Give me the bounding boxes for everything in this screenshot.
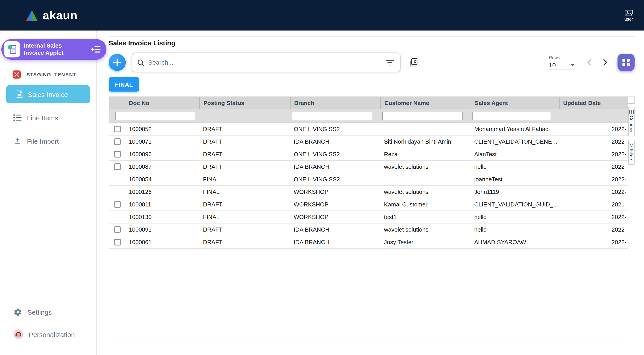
cell-updated-date: 2022- — [559, 163, 628, 170]
filter-branch-input[interactable] — [292, 111, 372, 120]
column-header-customer-name[interactable]: Customer Name — [380, 97, 471, 109]
row-checkbox[interactable] — [114, 163, 120, 170]
cell-sales-agent: CLIENT_VALIDATION_GENER... — [471, 138, 559, 145]
row-checkbox[interactable] — [114, 126, 120, 132]
cell-customer-name: wavelet solutions — [380, 163, 471, 170]
broken-image-icon — [624, 9, 633, 16]
grid-icon — [622, 59, 630, 66]
table-rows: 1000052DRAFTONE LIVING SS2Mohammad Yeasi… — [109, 123, 628, 249]
multi-page-icon[interactable]: 2 — [408, 57, 418, 67]
sidebar-item-personalization[interactable]: Personalization — [14, 329, 96, 340]
table-header-row: Doc No Posting Status Branch Customer Na… — [109, 97, 628, 109]
row-checkbox[interactable] — [114, 239, 120, 246]
sidebar-item-label: Settings — [28, 308, 52, 316]
table-row[interactable]: 1000087DRAFTIDA BRANCHwavelet solutionsh… — [109, 161, 628, 173]
cell-posting-status: DRAFT — [200, 163, 290, 170]
upload-icon — [14, 137, 22, 145]
next-page-button[interactable] — [600, 57, 610, 67]
filter-doc-no-input[interactable] — [116, 111, 195, 120]
cell-updated-date: 2022- — [559, 138, 628, 145]
column-header-posting-status[interactable]: Posting Status — [200, 97, 290, 109]
cell-checkbox — [109, 126, 125, 132]
cell-updated-date: 2022- — [559, 189, 628, 195]
filter-sales-agent-input[interactable] — [472, 111, 551, 120]
cell-updated-date: 2021- — [559, 201, 628, 208]
rows-per-page-select[interactable]: Rows 10 — [549, 55, 575, 70]
applet-switcher[interactable]: Internal Sales Invoice Applet — [1, 39, 106, 60]
cell-posting-status: DRAFT — [200, 151, 290, 158]
row-checkbox[interactable] — [114, 201, 120, 208]
cell-posting-status: FINAL — [200, 176, 290, 183]
table-row[interactable]: 1000130FINALWORKSHOPtest1hello2022- — [109, 211, 628, 224]
table-row[interactable]: 1000091DRAFTIDA BRANCHwavelet solutionsh… — [109, 224, 628, 236]
search-box — [132, 52, 400, 72]
table-row[interactable]: 1000061DRAFTIDA BRANCHJosy TesterAHMAD S… — [109, 236, 628, 249]
filters-tab-label: Filters — [629, 149, 634, 161]
column-header-updated-date[interactable]: Updated Date — [559, 97, 628, 109]
row-checkbox[interactable] — [114, 138, 120, 145]
pagination-cluster: Rows 10 — [549, 54, 634, 71]
list-icon — [14, 114, 22, 121]
table-row[interactable]: 1000096DRAFTONE LIVING SS2RezaAlanTest20… — [109, 148, 628, 161]
gear-icon — [14, 308, 22, 316]
cell-branch: IDA BRANCH — [290, 138, 380, 145]
user-avatar-broken[interactable]: user — [624, 9, 633, 21]
cell-customer-name: Kamal Customer — [380, 201, 471, 208]
row-checkbox[interactable] — [114, 226, 120, 233]
sidebar-item-line-items[interactable]: Line Items — [0, 106, 96, 129]
cell-customer-name: Reza — [380, 151, 471, 158]
cell-branch: ONE LIVING SS2 — [290, 176, 380, 183]
cell-doc-no: 1000087 — [125, 163, 200, 170]
cell-customer-name: Siti Norhidayah Binti Amin — [380, 138, 471, 145]
filter-customer-name-input[interactable] — [382, 111, 462, 120]
toolbar: 2 Rows 10 — [109, 52, 634, 72]
avatar — [14, 330, 23, 339]
cell-posting-status: DRAFT — [200, 226, 290, 233]
search-input[interactable] — [132, 53, 400, 72]
sidebar-item-label: File Import — [27, 137, 59, 145]
grid-view-button[interactable] — [618, 54, 634, 71]
filter-list-icon[interactable] — [386, 60, 394, 65]
cell-doc-no: 1000130 — [125, 214, 200, 220]
row-checkbox[interactable] — [114, 151, 120, 158]
tenant-row[interactable]: STAGING_TENANT — [0, 69, 96, 80]
sidebar-item-sales-invoice[interactable]: Sales Invoice — [6, 85, 90, 103]
sidebar-item-settings[interactable]: Settings — [14, 307, 96, 317]
brand-triangle-icon — [25, 9, 38, 21]
cell-sales-agent: CLIENT_VALIDATION_GUID_... — [471, 201, 559, 208]
table-row[interactable]: 1000052DRAFTONE LIVING SS2Mohammad Yeasi… — [109, 123, 628, 136]
cell-branch: ONE LIVING SS2 — [290, 151, 380, 158]
user-alt-text: user — [624, 16, 633, 21]
cell-posting-status: DRAFT — [200, 138, 290, 145]
app-window: akaun user Internal S — [0, 0, 644, 355]
cell-sales-agent: hello — [471, 214, 559, 220]
sidebar-item-file-import[interactable]: File Import — [0, 129, 96, 153]
collapse-menu-icon[interactable] — [91, 46, 101, 53]
filters-panel-tab[interactable]: Filters — [628, 140, 634, 164]
sidebar-bottom: Settings Personalization — [0, 307, 96, 355]
cell-branch: WORKSHOP — [290, 189, 380, 195]
table-row[interactable]: 1000126FINALWORKSHOPwavelet solutionsJoh… — [109, 186, 628, 198]
applet-icon — [4, 41, 20, 57]
column-header-doc-no[interactable]: Doc No — [125, 97, 200, 109]
column-header-branch[interactable]: Branch — [290, 97, 380, 109]
column-header-sales-agent[interactable]: Sales Agent — [471, 97, 559, 109]
cell-updated-date: 2022- — [559, 151, 628, 158]
filter-funnel-icon — [629, 143, 634, 147]
prev-page-button[interactable] — [585, 57, 594, 67]
cell-checkbox — [109, 201, 125, 208]
cell-sales-agent: Mohammad Yeasin Al Fahad — [471, 126, 559, 132]
sidebar-nav: Sales Invoice Line Items File Import — [0, 85, 96, 153]
tenant-name: STAGING_TENANT — [26, 72, 76, 77]
rows-label: Rows — [549, 55, 575, 60]
cell-doc-no: 1000096 — [125, 151, 200, 158]
table-area: Doc No Posting Status Branch Customer Na… — [109, 96, 634, 337]
cell-posting-status: FINAL — [200, 189, 290, 195]
main-content: Sales Invoice Listing 2 — [96, 30, 644, 355]
columns-panel-tab[interactable]: Columns — [628, 107, 634, 137]
status-filter-chip[interactable]: FINAL — [109, 77, 139, 91]
table-row[interactable]: 1000054FINALONE LIVING SS2joanneTest2022… — [109, 173, 628, 186]
add-invoice-button[interactable] — [109, 54, 126, 71]
table-row[interactable]: 1000011DRAFTWORKSHOPKamal CustomerCLIENT… — [109, 198, 628, 211]
table-row[interactable]: 1000071DRAFTIDA BRANCHSiti Norhidayah Bi… — [109, 136, 628, 148]
